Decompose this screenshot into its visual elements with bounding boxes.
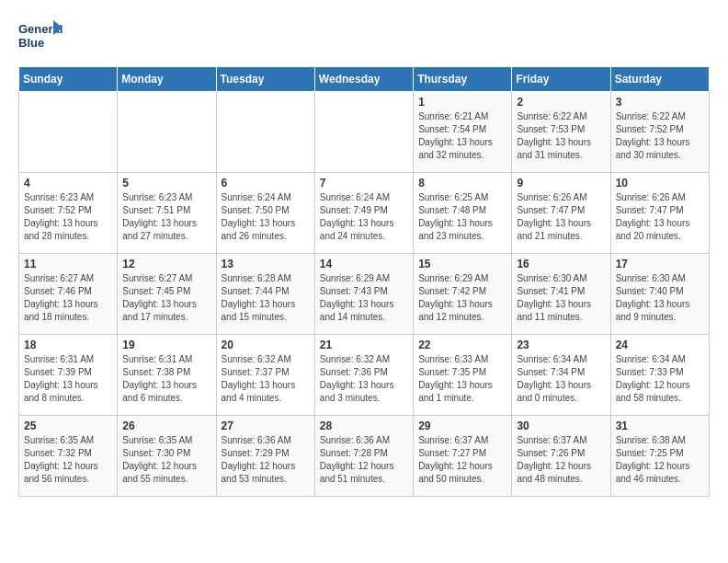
day-number: 23 (517, 339, 605, 351)
calendar-cell: 14Sunrise: 6:29 AM Sunset: 7:43 PM Dayli… (314, 254, 413, 335)
day-number: 30 (517, 419, 605, 432)
day-info: Sunrise: 6:34 AM Sunset: 7:33 PM Dayligh… (616, 353, 704, 405)
calendar-week-row: 4Sunrise: 6:23 AM Sunset: 7:52 PM Daylig… (19, 173, 710, 254)
day-number: 8 (418, 177, 506, 190)
day-info: Sunrise: 6:35 AM Sunset: 7:32 PM Dayligh… (24, 434, 112, 486)
day-info: Sunrise: 6:27 AM Sunset: 7:45 PM Dayligh… (122, 272, 210, 324)
day-info: Sunrise: 6:21 AM Sunset: 7:54 PM Dayligh… (418, 110, 506, 162)
calendar-cell (314, 92, 413, 173)
svg-text:Blue: Blue (18, 36, 44, 50)
calendar-cell: 21Sunrise: 6:32 AM Sunset: 7:36 PM Dayli… (314, 335, 413, 416)
calendar-cell: 9Sunrise: 6:26 AM Sunset: 7:47 PM Daylig… (512, 173, 610, 254)
day-info: Sunrise: 6:26 AM Sunset: 7:47 PM Dayligh… (517, 191, 605, 243)
calendar-cell: 30Sunrise: 6:37 AM Sunset: 7:26 PM Dayli… (512, 416, 610, 497)
calendar-cell: 5Sunrise: 6:23 AM Sunset: 7:51 PM Daylig… (118, 173, 216, 254)
calendar-cell: 8Sunrise: 6:25 AM Sunset: 7:48 PM Daylig… (414, 173, 512, 254)
day-info: Sunrise: 6:22 AM Sunset: 7:53 PM Dayligh… (517, 110, 605, 162)
day-number: 25 (24, 419, 112, 432)
day-info: Sunrise: 6:26 AM Sunset: 7:47 PM Dayligh… (616, 191, 704, 243)
day-info: Sunrise: 6:38 AM Sunset: 7:25 PM Dayligh… (616, 434, 704, 486)
day-info: Sunrise: 6:30 AM Sunset: 7:41 PM Dayligh… (517, 272, 605, 324)
calendar-week-row: 11Sunrise: 6:27 AM Sunset: 7:46 PM Dayli… (19, 254, 710, 335)
calendar-cell: 22Sunrise: 6:33 AM Sunset: 7:35 PM Dayli… (414, 335, 512, 416)
day-info: Sunrise: 6:32 AM Sunset: 7:36 PM Dayligh… (320, 353, 408, 405)
day-number: 29 (418, 419, 506, 432)
day-number: 22 (418, 339, 506, 351)
calendar-cell: 27Sunrise: 6:36 AM Sunset: 7:29 PM Dayli… (216, 416, 314, 497)
day-number: 27 (222, 419, 310, 432)
calendar-cell: 25Sunrise: 6:35 AM Sunset: 7:32 PM Dayli… (19, 416, 118, 497)
calendar-cell (19, 92, 118, 173)
logo: General Blue (18, 18, 64, 57)
day-info: Sunrise: 6:37 AM Sunset: 7:27 PM Dayligh… (418, 434, 506, 486)
day-number: 2 (517, 96, 605, 109)
calendar-cell: 1Sunrise: 6:21 AM Sunset: 7:54 PM Daylig… (414, 92, 512, 173)
calendar-cell: 2Sunrise: 6:22 AM Sunset: 7:53 PM Daylig… (512, 92, 610, 173)
column-header-sunday: Sunday (19, 67, 118, 92)
calendar-body: 1Sunrise: 6:21 AM Sunset: 7:54 PM Daylig… (19, 92, 710, 497)
calendar-cell: 24Sunrise: 6:34 AM Sunset: 7:33 PM Dayli… (610, 335, 709, 416)
calendar-cell: 16Sunrise: 6:30 AM Sunset: 7:41 PM Dayli… (512, 254, 610, 335)
day-info: Sunrise: 6:31 AM Sunset: 7:38 PM Dayligh… (122, 353, 210, 405)
page-header: General Blue (18, 18, 710, 57)
calendar-cell: 11Sunrise: 6:27 AM Sunset: 7:46 PM Dayli… (19, 254, 118, 335)
calendar-cell: 10Sunrise: 6:26 AM Sunset: 7:47 PM Dayli… (610, 173, 709, 254)
day-info: Sunrise: 6:25 AM Sunset: 7:48 PM Dayligh… (418, 191, 506, 243)
calendar-cell: 18Sunrise: 6:31 AM Sunset: 7:39 PM Dayli… (19, 335, 118, 416)
day-number: 1 (418, 96, 506, 109)
day-info: Sunrise: 6:34 AM Sunset: 7:34 PM Dayligh… (517, 353, 605, 405)
day-info: Sunrise: 6:33 AM Sunset: 7:35 PM Dayligh… (418, 353, 506, 405)
day-number: 19 (122, 339, 210, 351)
day-info: Sunrise: 6:35 AM Sunset: 7:30 PM Dayligh… (122, 434, 210, 486)
day-info: Sunrise: 6:23 AM Sunset: 7:51 PM Dayligh… (122, 191, 210, 243)
day-number: 12 (122, 258, 210, 270)
day-number: 20 (222, 339, 310, 351)
day-number: 17 (616, 258, 704, 270)
calendar-cell: 3Sunrise: 6:22 AM Sunset: 7:52 PM Daylig… (610, 92, 709, 173)
calendar-cell: 19Sunrise: 6:31 AM Sunset: 7:38 PM Dayli… (118, 335, 216, 416)
calendar-cell: 23Sunrise: 6:34 AM Sunset: 7:34 PM Dayli… (512, 335, 610, 416)
day-info: Sunrise: 6:23 AM Sunset: 7:52 PM Dayligh… (24, 191, 112, 243)
column-header-tuesday: Tuesday (216, 67, 314, 92)
column-header-monday: Monday (118, 67, 216, 92)
day-number: 31 (616, 419, 704, 432)
day-info: Sunrise: 6:22 AM Sunset: 7:52 PM Dayligh… (616, 110, 704, 162)
calendar-cell: 28Sunrise: 6:36 AM Sunset: 7:28 PM Dayli… (314, 416, 413, 497)
calendar-cell: 20Sunrise: 6:32 AM Sunset: 7:37 PM Dayli… (216, 335, 314, 416)
logo-svg: General Blue (18, 18, 64, 57)
day-info: Sunrise: 6:30 AM Sunset: 7:40 PM Dayligh… (616, 272, 704, 324)
calendar-cell: 7Sunrise: 6:24 AM Sunset: 7:49 PM Daylig… (314, 173, 413, 254)
calendar-cell: 29Sunrise: 6:37 AM Sunset: 7:27 PM Dayli… (414, 416, 512, 497)
day-info: Sunrise: 6:36 AM Sunset: 7:28 PM Dayligh… (320, 434, 408, 486)
column-header-saturday: Saturday (610, 67, 709, 92)
calendar-cell: 4Sunrise: 6:23 AM Sunset: 7:52 PM Daylig… (19, 173, 118, 254)
calendar-cell: 6Sunrise: 6:24 AM Sunset: 7:50 PM Daylig… (216, 173, 314, 254)
day-number: 4 (24, 177, 112, 190)
calendar-week-row: 1Sunrise: 6:21 AM Sunset: 7:54 PM Daylig… (19, 92, 710, 173)
day-number: 18 (24, 339, 112, 351)
day-info: Sunrise: 6:29 AM Sunset: 7:42 PM Dayligh… (418, 272, 506, 324)
day-info: Sunrise: 6:29 AM Sunset: 7:43 PM Dayligh… (320, 272, 408, 324)
calendar-cell: 12Sunrise: 6:27 AM Sunset: 7:45 PM Dayli… (118, 254, 216, 335)
day-info: Sunrise: 6:24 AM Sunset: 7:50 PM Dayligh… (222, 191, 310, 243)
day-number: 15 (418, 258, 506, 270)
day-number: 3 (616, 96, 704, 109)
calendar-cell: 15Sunrise: 6:29 AM Sunset: 7:42 PM Dayli… (414, 254, 512, 335)
day-info: Sunrise: 6:27 AM Sunset: 7:46 PM Dayligh… (24, 272, 112, 324)
calendar-week-row: 25Sunrise: 6:35 AM Sunset: 7:32 PM Dayli… (19, 416, 710, 497)
day-number: 26 (122, 419, 210, 432)
day-info: Sunrise: 6:36 AM Sunset: 7:29 PM Dayligh… (222, 434, 310, 486)
calendar-cell: 13Sunrise: 6:28 AM Sunset: 7:44 PM Dayli… (216, 254, 314, 335)
day-number: 24 (616, 339, 704, 351)
day-number: 9 (517, 177, 605, 190)
calendar-cell (216, 92, 314, 173)
day-number: 13 (222, 258, 310, 270)
day-number: 28 (320, 419, 408, 432)
day-number: 11 (24, 258, 112, 270)
column-header-wednesday: Wednesday (314, 67, 413, 92)
day-number: 14 (320, 258, 408, 270)
day-number: 10 (616, 177, 704, 190)
calendar-cell: 26Sunrise: 6:35 AM Sunset: 7:30 PM Dayli… (118, 416, 216, 497)
calendar-header-row: SundayMondayTuesdayWednesdayThursdayFrid… (19, 67, 710, 92)
day-info: Sunrise: 6:31 AM Sunset: 7:39 PM Dayligh… (24, 353, 112, 405)
